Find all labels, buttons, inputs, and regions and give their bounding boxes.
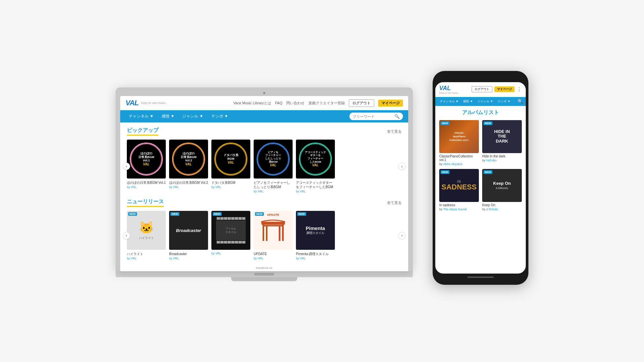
- phone-album-1[interactable]: NEW ClassicJazzPianoCollection vol.1 Cla…: [439, 120, 479, 166]
- phone-album-3-title: In sadness: [439, 203, 479, 207]
- newrelease-album-4-by: by VRL: [254, 257, 293, 260]
- phone-album-4-thumb: NEW Keep On 4.5Music: [482, 169, 522, 202]
- laptop-bottom: [116, 271, 413, 277]
- pickup-album-5[interactable]: アコースティックギターをフィーチャーしたBGMVAL アコースティックギターをフ…: [296, 140, 335, 193]
- new-badge-4: NEW: [255, 212, 264, 216]
- pickup-album-3-thumb: ドタバタ系BGMVAL: [211, 140, 250, 179]
- nav-tempo[interactable]: テンポ ▼: [208, 112, 232, 120]
- nav-genre[interactable]: ジャンル ▼: [179, 112, 206, 120]
- search-input[interactable]: [353, 115, 392, 118]
- newrelease-next-arrow[interactable]: ›: [398, 232, 406, 239]
- phone-album-2-thumb: NEW HIDE INTHEDARK: [482, 120, 522, 153]
- pickup-album-4-title: ピアノをフィーチャーしたしっとり系BGM: [254, 181, 293, 189]
- pickup-album-2-title: ほのぼの日常系BGM Vol.2: [169, 181, 208, 185]
- phone-album-1-by: by Akiko Akiyama: [439, 162, 479, 166]
- phone-nav-channel[interactable]: チャンネル ▼: [438, 98, 460, 105]
- newrelease-album-4[interactable]: NEW: [254, 211, 293, 260]
- scene: VAL Easy to use music... Vace Music Libr…: [0, 0, 644, 362]
- newrelease-section-header: ニューリリース 全て見る: [127, 198, 402, 207]
- film-strip-bottom: [217, 241, 245, 244]
- phone-logo-text: VAL: [439, 85, 460, 92]
- logout-button[interactable]: ログアウト: [349, 99, 374, 107]
- phone-album-4-by: by 4.5Music: [482, 208, 522, 211]
- phone-album-3[interactable]: NEW IN SADNESS In sadness by The Abyss S…: [439, 169, 479, 211]
- pickup-next-arrow[interactable]: ›: [398, 163, 406, 170]
- nav-link-creator[interactable]: 楽曲クリエイター登録: [308, 101, 345, 106]
- svg-rect-6: [261, 222, 285, 224]
- newrelease-album-2-by: by VRL: [169, 257, 208, 260]
- new-badge-1: NEW: [128, 212, 137, 216]
- laptop-stand: [231, 277, 297, 281]
- nav-link-contact[interactable]: 問い合わせ: [286, 101, 304, 106]
- newrelease-album-2[interactable]: NEW Broadcaster Broadcaster by VRL: [169, 211, 208, 260]
- phone-album-2-title: Hide in the dark: [482, 154, 522, 158]
- nav-link-about[interactable]: Vace Music Libraryとは: [233, 101, 271, 106]
- phone-menu-icon[interactable]: ⋮: [517, 86, 522, 92]
- new-badge-3: NEW: [213, 212, 222, 216]
- nav-link-faq[interactable]: FAQ: [275, 101, 282, 105]
- phone-album-list-title: アルバムリスト: [439, 109, 522, 116]
- pickup-see-all[interactable]: 全て見る: [387, 129, 402, 134]
- phone-mypage-button[interactable]: マイページ: [494, 86, 515, 92]
- phone-search-button[interactable]: 🔍: [518, 99, 523, 104]
- phone-album-grid: NEW ClassicJazzPianoCollection vol.1 Cla…: [439, 120, 522, 211]
- pickup-thumb-circle-3: ドタバタ系BGMVAL: [214, 143, 247, 176]
- phone-nav-tempo[interactable]: テンポ ▼: [496, 98, 512, 105]
- pickup-album-4-thumb: ピアノをフィーチャーしたしっとり系BGMVAL: [254, 140, 293, 179]
- phone-logo: VAL Easy to use music...: [439, 85, 460, 94]
- nav-emotion[interactable]: 感情 ▼: [158, 112, 178, 120]
- newrelease-album-4-title: UPDATE: [254, 252, 293, 256]
- phone-album-4[interactable]: NEW Keep On 4.5Music Keep On by 4.5Music: [482, 169, 522, 211]
- nav-channel[interactable]: チャンネル ▼: [125, 112, 157, 120]
- phone-new-badge-3: NEW: [441, 170, 449, 174]
- phone-navbar: チャンネル ▼ 感情 ▼ ジャンル ▼ テンポ ▼ 🔍: [435, 97, 526, 106]
- phone-body: VAL Easy to use music... ログアウト マイページ ⋮ チ…: [433, 71, 528, 285]
- newrelease-album-1[interactable]: NEW 🐱 ハイライト ハイライト by VRL: [127, 211, 166, 260]
- newrelease-album-5[interactable]: NEW Pimenta 調理スタイル Pimenta 調理スタイル by VRL: [296, 211, 335, 260]
- search-icon[interactable]: 🔍: [394, 114, 400, 119]
- pickup-prev-arrow[interactable]: ‹: [123, 163, 130, 170]
- pickup-album-2[interactable]: ほのぼの日常系BGMVol.2VAL ほのぼの日常系BGM Vol.2 by V…: [169, 140, 208, 189]
- pickup-album-1-by: by VRL: [127, 185, 166, 189]
- pickup-album-4-by: by VRL: [254, 190, 293, 193]
- svg-rect-4: [263, 224, 264, 241]
- newrelease-album-2-thumb: NEW Broadcaster: [169, 211, 208, 250]
- newrelease-see-all[interactable]: 全て見る: [387, 200, 402, 205]
- pickup-album-3-title: ドタバタ系BGM: [211, 181, 250, 185]
- phone-logout-button[interactable]: ログアウト: [472, 86, 492, 92]
- phone-nav-emotion[interactable]: 感情 ▼: [461, 98, 475, 105]
- phone-site-header: VAL Easy to use music... ログアウト マイページ ⋮: [435, 82, 526, 97]
- phone-album-3-by: by The Abyss Sound: [439, 208, 479, 211]
- newrelease-album-1-by: by VRL: [127, 257, 166, 260]
- pickup-album-1-title: ほのぼの日常系BGM Vol.1: [127, 181, 166, 185]
- pickup-album-1[interactable]: ほのぼの日常系BGMVol.1VAL ほのぼの日常系BGM Vol.1 by V…: [127, 140, 166, 189]
- newrelease-album-3-by: by VRL: [211, 252, 250, 255]
- laptop-body: VAL Easy to use music... Vace Music Libr…: [116, 87, 413, 271]
- pickup-album-5-title: アコースティックギターをフィーチャーしたBGM: [296, 181, 335, 189]
- phone-nav-genre[interactable]: ジャンル ▼: [476, 98, 495, 105]
- phone-album-1-title: ClassicPianoCollection vol.1: [439, 154, 479, 162]
- newrelease-album-5-thumb: NEW Pimenta 調理スタイル: [296, 211, 335, 250]
- newrelease-album-3-thumb: NEW フィルムスタイル: [211, 211, 250, 250]
- site-header: VAL Easy to use music... Vace Music Libr…: [120, 96, 408, 110]
- phone-album-2[interactable]: NEW HIDE INTHEDARK Hide in the dark by h…: [482, 120, 522, 166]
- newrelease-title: ニューリリース: [127, 198, 164, 207]
- newrelease-album-4-thumb: NEW: [254, 211, 293, 250]
- newrelease-album-5-by: by VRL: [296, 257, 335, 260]
- mypage-button[interactable]: マイページ: [378, 100, 403, 107]
- pickup-thumb-circle-1: ほのぼの日常系BGMVol.1VAL: [130, 143, 163, 176]
- newrelease-prev-arrow[interactable]: ‹: [123, 232, 130, 239]
- pickup-album-5-by: by VRL: [296, 190, 335, 193]
- pickup-album-4[interactable]: ピアノをフィーチャーしたしっとり系BGMVAL ピアノをフィーチャーしたしっとり…: [254, 140, 293, 193]
- header-nav-right: Vace Music Libraryとは FAQ 問い合わせ 楽曲クリエイター登…: [233, 99, 403, 107]
- svg-rect-2: [266, 226, 268, 241]
- laptop-hinge-notch: [254, 273, 274, 276]
- phone-album-3-thumb: NEW IN SADNESS: [439, 169, 479, 202]
- phone-album-2-by: by half-dim: [482, 159, 522, 162]
- pickup-album-3[interactable]: ドタバタ系BGMVAL ドタバタ系BGM by VRL: [211, 140, 250, 189]
- svg-rect-5: [282, 224, 284, 241]
- newrelease-album-1-title: ハイライト: [127, 252, 166, 256]
- phone-content: アルバムリスト NEW ClassicJazzPianoCollection v…: [435, 106, 526, 214]
- site-navbar: チャンネル ▼ 感情 ▼ ジャンル ▼ テンポ ▼ 🔍: [120, 110, 408, 122]
- newrelease-album-3[interactable]: NEW フィルムスタイル: [211, 211, 250, 255]
